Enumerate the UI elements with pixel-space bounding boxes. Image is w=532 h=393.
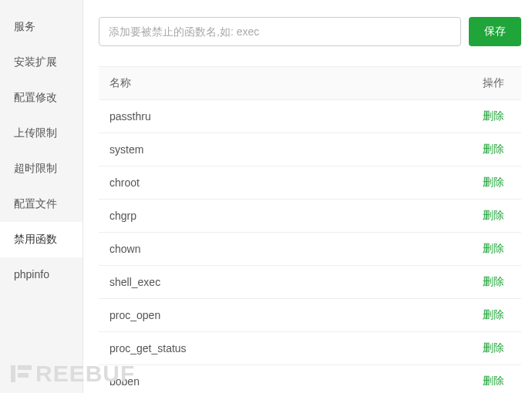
action-cell: 删除 — [380, 233, 521, 266]
function-name-cell: shell_exec — [99, 266, 380, 299]
input-bar: 保存 — [99, 17, 521, 46]
action-cell: 删除 — [380, 133, 521, 166]
action-cell: 删除 — [380, 365, 521, 386]
col-action: 操作 — [380, 67, 521, 100]
table-row: system删除 — [99, 133, 521, 166]
table-row: shell_exec删除 — [99, 266, 521, 299]
table-row: passthru删除 — [99, 100, 521, 133]
delete-link[interactable]: 删除 — [483, 109, 504, 122]
table-row: proc_open删除 — [99, 299, 521, 332]
delete-link[interactable]: 删除 — [483, 242, 504, 254]
function-name-cell: passthru — [99, 100, 380, 133]
delete-link[interactable]: 删除 — [483, 275, 504, 287]
sidebar-item-7[interactable]: phpinfo — [0, 257, 82, 291]
functions-tbody: passthru删除system删除chroot删除chgrp删除chown删除… — [99, 100, 521, 386]
sidebar-item-5[interactable]: 配置文件 — [0, 186, 82, 222]
functions-table-wrap[interactable]: 名称 操作 passthru删除system删除chroot删除chgrp删除c… — [99, 66, 521, 385]
function-name-cell: proc_get_status — [99, 332, 380, 365]
main-panel: 保存 名称 操作 passthru删除system删除chroot删除chgrp… — [83, 0, 532, 393]
function-name-cell: system — [99, 133, 380, 166]
action-cell: 删除 — [380, 200, 521, 233]
table-row: chgrp删除 — [99, 200, 521, 233]
action-cell: 删除 — [380, 100, 521, 133]
sidebar-item-0[interactable]: 服务 — [0, 9, 82, 45]
table-row: chown删除 — [99, 233, 521, 266]
action-cell: 删除 — [380, 299, 521, 332]
save-button[interactable]: 保存 — [469, 17, 521, 46]
function-name-cell: popen — [99, 365, 380, 386]
col-name: 名称 — [99, 67, 380, 100]
table-row: popen删除 — [99, 365, 521, 386]
function-name-cell: chroot — [99, 166, 380, 200]
function-name-cell: proc_open — [99, 299, 380, 332]
delete-link[interactable]: 删除 — [483, 209, 504, 221]
table-row: chroot删除 — [99, 166, 521, 200]
action-cell: 删除 — [380, 332, 521, 365]
sidebar-item-2[interactable]: 配置修改 — [0, 80, 82, 116]
delete-link[interactable]: 删除 — [483, 176, 504, 188]
sidebar-item-3[interactable]: 上传限制 — [0, 116, 82, 151]
table-row: proc_get_status删除 — [99, 332, 521, 365]
sidebar: 服务安装扩展配置修改上传限制超时限制配置文件禁用函数phpinfo — [0, 0, 83, 393]
sidebar-item-1[interactable]: 安装扩展 — [0, 45, 82, 80]
function-name-cell: chgrp — [99, 200, 380, 233]
function-name-cell: chown — [99, 233, 380, 266]
delete-link[interactable]: 删除 — [483, 375, 504, 385]
functions-table: 名称 操作 passthru删除system删除chroot删除chgrp删除c… — [99, 67, 521, 385]
function-name-input[interactable] — [99, 17, 461, 46]
sidebar-item-6[interactable]: 禁用函数 — [0, 222, 82, 257]
action-cell: 删除 — [380, 266, 521, 299]
sidebar-item-4[interactable]: 超时限制 — [0, 151, 82, 186]
delete-link[interactable]: 删除 — [483, 308, 504, 321]
delete-link[interactable]: 删除 — [483, 143, 504, 155]
delete-link[interactable]: 删除 — [483, 341, 504, 354]
action-cell: 删除 — [380, 166, 521, 200]
